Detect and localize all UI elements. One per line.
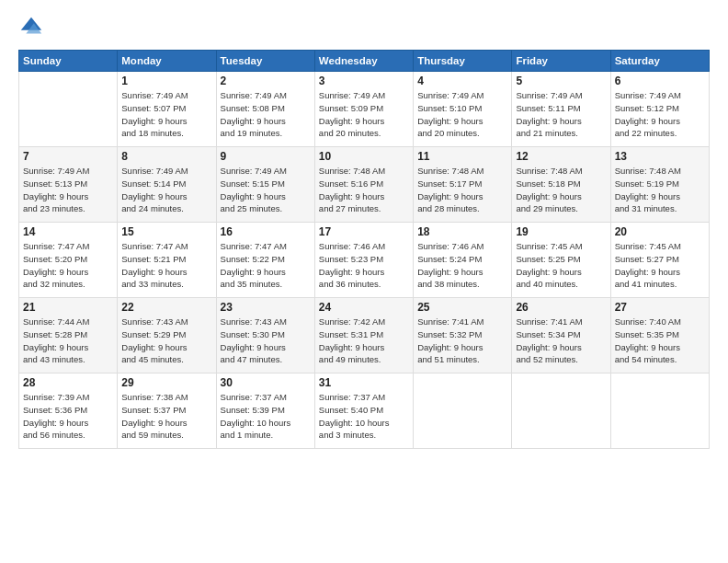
- page: SundayMondayTuesdayWednesdayThursdayFrid…: [0, 0, 728, 563]
- calendar-cell: 5Sunrise: 7:49 AMSunset: 5:11 PMDaylight…: [512, 72, 610, 147]
- cell-line: Daylight: 9 hours: [121, 266, 211, 279]
- cell-line: Sunset: 5:31 PM: [319, 328, 409, 341]
- cell-line: Sunset: 5:08 PM: [221, 102, 311, 115]
- cell-line: Sunset: 5:40 PM: [319, 404, 409, 417]
- day-number: 26: [516, 301, 606, 314]
- cell-line: Sunset: 5:29 PM: [121, 328, 211, 341]
- cell-line: and 20 minutes.: [319, 127, 409, 140]
- header: [18, 15, 710, 40]
- day-header-thursday: Thursday: [414, 51, 512, 72]
- day-number: 5: [516, 75, 606, 87]
- day-number: 23: [221, 301, 311, 314]
- day-number: 30: [221, 376, 311, 389]
- cell-line: Sunrise: 7:48 AM: [417, 165, 507, 178]
- cell-line: Sunset: 5:17 PM: [417, 178, 507, 190]
- calendar-cell: 20Sunrise: 7:45 AMSunset: 5:27 PMDayligh…: [610, 223, 709, 298]
- calendar-cell: 14Sunrise: 7:47 AMSunset: 5:20 PMDayligh…: [19, 223, 118, 298]
- cell-line: Sunrise: 7:45 AM: [516, 240, 606, 253]
- calendar-header-row: SundayMondayTuesdayWednesdayThursdayFrid…: [19, 51, 710, 72]
- cell-line: Sunset: 5:32 PM: [417, 328, 507, 341]
- cell-line: Sunset: 5:36 PM: [23, 404, 113, 417]
- calendar-cell: 4Sunrise: 7:49 AMSunset: 5:10 PMDaylight…: [414, 72, 512, 147]
- day-number: 29: [121, 376, 211, 389]
- cell-line: and 43 minutes.: [23, 353, 113, 366]
- day-number: 21: [23, 301, 113, 314]
- cell-line: and 20 minutes.: [417, 127, 507, 140]
- cell-line: and 24 minutes.: [121, 202, 211, 215]
- cell-line: Sunset: 5:09 PM: [319, 102, 409, 115]
- day-header-wednesday: Wednesday: [314, 51, 413, 72]
- cell-line: Sunrise: 7:49 AM: [516, 89, 606, 102]
- cell-line: Sunrise: 7:48 AM: [319, 165, 409, 178]
- calendar-cell: 16Sunrise: 7:47 AMSunset: 5:22 PMDayligh…: [216, 223, 314, 298]
- cell-line: Sunset: 5:11 PM: [516, 102, 606, 115]
- cell-line: Sunset: 5:39 PM: [221, 404, 311, 417]
- cell-line: Daylight: 9 hours: [417, 190, 507, 203]
- day-number: 13: [615, 150, 705, 163]
- cell-line: Sunrise: 7:49 AM: [221, 165, 311, 178]
- calendar-cell: 21Sunrise: 7:44 AMSunset: 5:28 PMDayligh…: [19, 298, 118, 373]
- calendar-week-row: 7Sunrise: 7:49 AMSunset: 5:13 PMDaylight…: [19, 147, 710, 223]
- logo-icon: [18, 15, 44, 40]
- cell-line: Sunset: 5:28 PM: [23, 328, 113, 341]
- cell-line: Sunset: 5:34 PM: [516, 328, 606, 341]
- cell-line: Daylight: 9 hours: [615, 341, 705, 354]
- cell-line: Sunset: 5:18 PM: [516, 178, 606, 190]
- cell-line: Sunset: 5:23 PM: [319, 253, 409, 266]
- cell-line: Daylight: 9 hours: [615, 190, 705, 203]
- cell-line: and 49 minutes.: [319, 353, 409, 366]
- day-number: 25: [417, 301, 507, 314]
- cell-line: Daylight: 10 hours: [221, 417, 311, 430]
- cell-line: and 52 minutes.: [516, 353, 606, 366]
- calendar-cell: [414, 373, 512, 449]
- cell-line: and 54 minutes.: [615, 353, 705, 366]
- cell-line: Sunset: 5:12 PM: [615, 102, 705, 115]
- cell-line: Daylight: 9 hours: [121, 115, 211, 128]
- calendar-body: 1Sunrise: 7:49 AMSunset: 5:07 PMDaylight…: [19, 72, 710, 449]
- cell-line: Daylight: 9 hours: [221, 266, 311, 279]
- day-number: 17: [319, 225, 409, 238]
- cell-line: and 29 minutes.: [516, 202, 606, 215]
- cell-line: Daylight: 9 hours: [121, 190, 211, 203]
- day-number: 18: [417, 225, 507, 238]
- day-number: 1: [121, 75, 211, 87]
- calendar-cell: 11Sunrise: 7:48 AMSunset: 5:17 PMDayligh…: [414, 147, 512, 223]
- day-number: 22: [121, 301, 211, 314]
- cell-line: Sunrise: 7:48 AM: [615, 165, 705, 178]
- cell-line: Sunset: 5:21 PM: [121, 253, 211, 266]
- cell-line: Daylight: 9 hours: [23, 190, 113, 203]
- calendar-cell: 22Sunrise: 7:43 AMSunset: 5:29 PMDayligh…: [118, 298, 216, 373]
- cell-line: Daylight: 9 hours: [319, 341, 409, 354]
- cell-line: Daylight: 9 hours: [516, 190, 606, 203]
- cell-line: Sunset: 5:20 PM: [23, 253, 113, 266]
- cell-line: Sunset: 5:14 PM: [121, 178, 211, 190]
- day-number: 9: [221, 150, 311, 163]
- cell-line: Daylight: 9 hours: [417, 115, 507, 128]
- cell-line: Daylight: 9 hours: [319, 115, 409, 128]
- day-header-sunday: Sunday: [19, 51, 118, 72]
- cell-line: Sunset: 5:13 PM: [23, 178, 113, 190]
- calendar-cell: 7Sunrise: 7:49 AMSunset: 5:13 PMDaylight…: [19, 147, 118, 223]
- day-number: 11: [417, 150, 507, 163]
- cell-line: Sunrise: 7:49 AM: [615, 89, 705, 102]
- cell-line: Daylight: 9 hours: [417, 341, 507, 354]
- cell-line: Daylight: 9 hours: [319, 190, 409, 203]
- cell-line: Sunrise: 7:49 AM: [221, 89, 311, 102]
- day-number: 7: [23, 150, 113, 163]
- calendar-cell: 8Sunrise: 7:49 AMSunset: 5:14 PMDaylight…: [118, 147, 216, 223]
- cell-line: Sunset: 5:35 PM: [615, 328, 705, 341]
- cell-line: Daylight: 9 hours: [516, 341, 606, 354]
- day-number: 16: [221, 225, 311, 238]
- day-number: 6: [615, 75, 705, 87]
- cell-line: Sunrise: 7:47 AM: [121, 240, 211, 253]
- cell-line: and 23 minutes.: [23, 202, 113, 215]
- cell-line: Daylight: 9 hours: [23, 266, 113, 279]
- calendar-week-row: 14Sunrise: 7:47 AMSunset: 5:20 PMDayligh…: [19, 223, 710, 298]
- cell-line: and 51 minutes.: [417, 353, 507, 366]
- cell-line: Sunrise: 7:41 AM: [516, 316, 606, 328]
- cell-line: and 25 minutes.: [221, 202, 311, 215]
- calendar-cell: [19, 72, 118, 147]
- day-number: 24: [319, 301, 409, 314]
- calendar-cell: 26Sunrise: 7:41 AMSunset: 5:34 PMDayligh…: [512, 298, 610, 373]
- cell-line: Daylight: 9 hours: [121, 341, 211, 354]
